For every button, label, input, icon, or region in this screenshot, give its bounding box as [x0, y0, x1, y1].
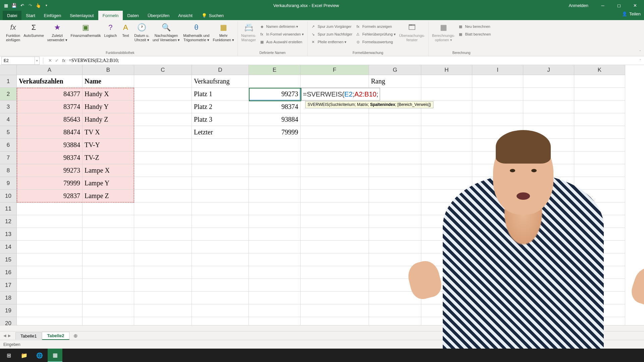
- lookup-button[interactable]: 🔍Nachschlagen und Verweisen ▾: [151, 21, 181, 50]
- cell-f18[interactable]: [301, 292, 369, 304]
- cell-i10[interactable]: [472, 190, 523, 202]
- cell-e2[interactable]: 99273: [249, 88, 301, 101]
- cell-j3[interactable]: [523, 101, 574, 113]
- cell-d10[interactable]: [192, 190, 249, 202]
- cell-g19[interactable]: [369, 304, 421, 317]
- cell-c4[interactable]: [134, 113, 192, 126]
- row-header-1[interactable]: 1: [0, 75, 17, 88]
- column-header-f[interactable]: F: [301, 65, 369, 75]
- cell-f4[interactable]: [301, 113, 369, 126]
- tab-view[interactable]: Ansicht: [174, 11, 197, 20]
- cell-j12[interactable]: [523, 215, 574, 228]
- minimize-button[interactable]: ─: [595, 0, 610, 11]
- cell-f14[interactable]: [301, 241, 369, 253]
- cell-g17[interactable]: [369, 279, 421, 292]
- more-functions-button[interactable]: ▦Mehr Funktionen ▾: [211, 21, 235, 50]
- row-header-16[interactable]: 16: [0, 266, 17, 279]
- row-header-5[interactable]: 5: [0, 126, 17, 139]
- cell-k5[interactable]: [574, 126, 625, 139]
- cell-b13[interactable]: [83, 228, 134, 241]
- cell-c1[interactable]: [134, 75, 192, 88]
- cell-e18[interactable]: [249, 292, 301, 304]
- cell-g12[interactable]: [369, 215, 421, 228]
- add-sheet-button[interactable]: ⊕: [72, 332, 80, 340]
- cell-h6[interactable]: [421, 139, 472, 152]
- cell-f11[interactable]: [301, 202, 369, 215]
- cell-g4[interactable]: [369, 113, 421, 126]
- cell-g15[interactable]: [369, 253, 421, 266]
- row-header-19[interactable]: 19: [0, 304, 17, 317]
- column-header-e[interactable]: E: [249, 65, 301, 75]
- qat-dropdown-icon[interactable]: ▾: [43, 2, 50, 9]
- cell-g7[interactable]: [369, 152, 421, 164]
- cell-i9[interactable]: [472, 177, 523, 190]
- cell-k8[interactable]: [574, 164, 625, 177]
- text-button[interactable]: AText: [119, 21, 132, 50]
- autosum-button[interactable]: ΣAutoSumme: [22, 21, 45, 50]
- file-explorer-icon[interactable]: 📁: [17, 349, 32, 362]
- cell-a9[interactable]: 79999: [17, 177, 83, 190]
- cell-i11[interactable]: [472, 202, 523, 215]
- cell-j5[interactable]: [523, 126, 574, 139]
- cell-g13[interactable]: [369, 228, 421, 241]
- cell-f5[interactable]: [301, 126, 369, 139]
- cell-k16[interactable]: [574, 266, 625, 279]
- row-header-18[interactable]: 18: [0, 292, 17, 304]
- cell-h17[interactable]: [421, 279, 472, 292]
- cell-k15[interactable]: [574, 253, 625, 266]
- cell-e9[interactable]: [249, 177, 301, 190]
- cell-g8[interactable]: [369, 164, 421, 177]
- cell-b15[interactable]: [83, 253, 134, 266]
- cell-g14[interactable]: [369, 241, 421, 253]
- cell-f12[interactable]: [301, 215, 369, 228]
- column-headers[interactable]: ABCDEFGHIJK: [17, 65, 625, 75]
- cell-e11[interactable]: [249, 202, 301, 215]
- cell-b11[interactable]: [83, 202, 134, 215]
- cell-j6[interactable]: [523, 139, 574, 152]
- cell-b18[interactable]: [83, 292, 134, 304]
- logical-button[interactable]: ?Logisch: [103, 21, 118, 50]
- cell-e7[interactable]: [249, 152, 301, 164]
- cell-g11[interactable]: [369, 202, 421, 215]
- cell-e3[interactable]: 98374: [249, 101, 301, 113]
- cell-i14[interactable]: [472, 241, 523, 253]
- cell-k13[interactable]: [574, 228, 625, 241]
- cell-a11[interactable]: [17, 202, 83, 215]
- cell-i2[interactable]: [472, 88, 523, 101]
- cell-i15[interactable]: [472, 253, 523, 266]
- cell-j19[interactable]: [523, 304, 574, 317]
- close-button[interactable]: ✕: [627, 0, 643, 11]
- enter-icon[interactable]: ✓: [53, 58, 60, 63]
- cell-k18[interactable]: [574, 292, 625, 304]
- cell-d9[interactable]: [192, 177, 249, 190]
- signin-button[interactable]: Anmelden: [562, 3, 594, 8]
- cell-g9[interactable]: [369, 177, 421, 190]
- cell-j8[interactable]: [523, 164, 574, 177]
- cell-e6[interactable]: [249, 139, 301, 152]
- cell-d3[interactable]: Platz 2: [192, 101, 249, 113]
- cell-f9[interactable]: [301, 177, 369, 190]
- cell-h18[interactable]: [421, 292, 472, 304]
- cell-a4[interactable]: 85643: [17, 113, 83, 126]
- cell-b10[interactable]: Lampe Z: [83, 190, 134, 202]
- row-header-15[interactable]: 15: [0, 253, 17, 266]
- cell-k1[interactable]: [574, 75, 625, 88]
- cell-c2[interactable]: [134, 88, 192, 101]
- row-header-12[interactable]: 12: [0, 215, 17, 228]
- insert-function-button[interactable]: fxFunktion einfügen: [5, 21, 21, 50]
- redo-icon[interactable]: ↷: [27, 2, 34, 9]
- cell-a15[interactable]: [17, 253, 83, 266]
- cell-h11[interactable]: [421, 202, 472, 215]
- cell-h14[interactable]: [421, 241, 472, 253]
- cell-k14[interactable]: [574, 241, 625, 253]
- cell-b16[interactable]: [83, 266, 134, 279]
- cell-f10[interactable]: [301, 190, 369, 202]
- tab-start[interactable]: Start: [21, 11, 39, 20]
- cell-a19[interactable]: [17, 304, 83, 317]
- cell-e1[interactable]: [249, 75, 301, 88]
- tab-insert[interactable]: Einfügen: [40, 11, 65, 20]
- row-header-13[interactable]: 13: [0, 228, 17, 241]
- cancel-icon[interactable]: ✕: [47, 58, 53, 63]
- cell-k2[interactable]: [574, 88, 625, 101]
- cell-h1[interactable]: [421, 75, 472, 88]
